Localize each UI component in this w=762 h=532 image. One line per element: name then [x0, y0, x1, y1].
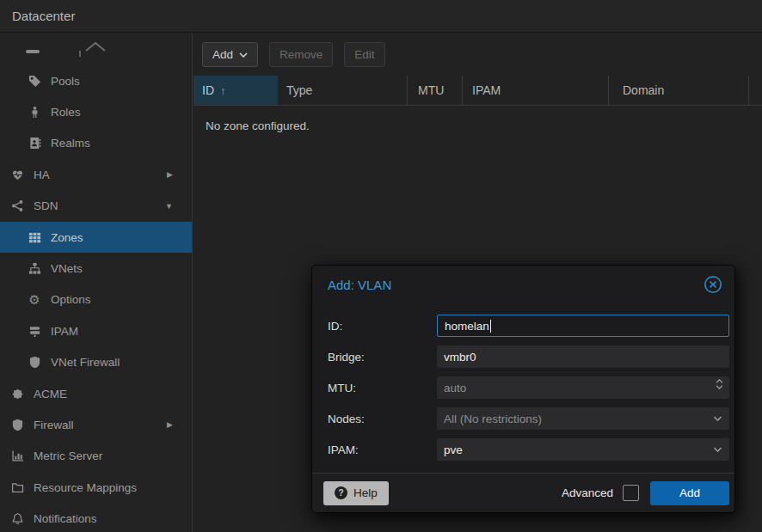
address-book-icon [28, 137, 41, 150]
sidebar-item-resource-mappings[interactable]: Resource Mappings [0, 472, 192, 503]
folder-icon [9, 480, 26, 494]
chevron-up-icon [716, 379, 723, 383]
network-icon [9, 199, 26, 213]
certificate-icon [11, 388, 24, 401]
edit-button: Edit [344, 42, 384, 67]
user-icon [28, 106, 41, 119]
expand-right-icon: ▶ [167, 170, 173, 179]
sidebar-item-ipam[interactable]: IPAM [0, 315, 192, 346]
sort-asc-icon: ↑ [220, 84, 226, 97]
sidebar-item-sdn[interactable]: SDN ▼ [0, 191, 192, 222]
sidebar-item-pools[interactable]: Pools [0, 65, 192, 96]
ipam-label: IPAM: [328, 443, 437, 456]
sidebar-item-firewall[interactable]: Firewall ▶ [0, 409, 192, 440]
sidebar-item-roles[interactable]: Roles [0, 96, 192, 127]
nodes-input[interactable]: All (No restrictions) [437, 407, 729, 430]
nodes-value: All (No restrictions) [444, 413, 542, 425]
sidebar-item-metric-server[interactable]: Metric Server [0, 441, 192, 472]
sidebar-item-label: Pools [51, 75, 80, 88]
folder-icon [11, 481, 24, 494]
sidebar-item-vnet-firewall[interactable]: VNet Firewall [0, 347, 192, 378]
toolbar-button-label: Add [212, 48, 233, 61]
heartbeat-icon [9, 168, 26, 181]
sitemap-icon [28, 262, 41, 275]
dialog-body: ID: homelan Bridge: vmbr0 MTU: auto Node… [312, 303, 734, 469]
sidebar-item-label: Firewall [34, 419, 74, 431]
bell-icon [11, 512, 24, 525]
map-signs-icon [28, 325, 41, 338]
expand-right-icon: ▶ [167, 420, 173, 429]
tag-icon [28, 75, 41, 88]
sidebar-item-label: Options [51, 293, 91, 306]
text-cursor [490, 320, 492, 333]
dropdown-trigger[interactable] [713, 447, 722, 452]
dialog-titlebar[interactable]: Add: VLAN [312, 266, 734, 303]
column-header-mtu[interactable]: MTU [408, 76, 463, 105]
dialog-title: Add: VLAN [328, 278, 391, 292]
sidebar-item-label: SDN [34, 199, 58, 212]
column-header-domain[interactable]: Domain [609, 76, 749, 105]
sidebar-item-vnets[interactable]: VNets [0, 253, 192, 284]
ipam-input[interactable]: pve [437, 438, 729, 461]
chevron-down-icon [239, 52, 248, 58]
shield-icon [28, 356, 41, 369]
field-row-nodes: Nodes: All (No restrictions) [328, 407, 729, 430]
add-button[interactable]: Add [202, 42, 258, 67]
column-header-label: MTU [418, 83, 444, 97]
sidebar-item-zones[interactable]: Zones [0, 222, 192, 253]
chevron-down-icon [713, 447, 722, 452]
sidebar-item-acme[interactable]: ACME [0, 378, 192, 409]
sidebar-item-notifications[interactable]: Notifications [0, 503, 192, 532]
column-header-label: IPAM [472, 83, 501, 97]
help-button[interactable]: ? Help [323, 481, 389, 505]
bell-icon [9, 512, 26, 526]
dropdown-trigger[interactable] [713, 416, 722, 421]
column-header-id[interactable]: ID ↑ [194, 76, 278, 105]
table-header-row: ID ↑ Type MTU IPAM Domain [194, 76, 762, 106]
add-vlan-dialog: Add: VLAN ID: homelan Bridge: vmbr0 MTU:… [311, 265, 735, 513]
id-input[interactable]: homelan [437, 315, 729, 337]
shield-icon [26, 356, 43, 370]
remove-button: Remove [269, 42, 333, 67]
field-row-mtu: MTU: auto [328, 376, 729, 399]
text-fragment [79, 51, 81, 57]
map-signs-icon [26, 324, 43, 338]
sidebar-item-label: VNet Firewall [51, 356, 120, 369]
sidebar-item-label: Roles [51, 106, 81, 119]
bar-chart-icon [9, 449, 26, 463]
column-header-label: Type [286, 83, 312, 97]
sidebar-item-ha[interactable]: HA ▶ [0, 159, 192, 190]
question-circle-icon: ? [335, 486, 347, 499]
column-header-label: Domain [623, 83, 664, 97]
sidebar-list: Pools Roles Realms HA ▶ SDN ▼ Zones VNet… [0, 65, 192, 532]
column-header-type[interactable]: Type [278, 76, 408, 105]
mtu-value: auto [444, 382, 466, 394]
submit-add-button[interactable]: Add [650, 481, 729, 505]
ipam-value: pve [444, 443, 463, 456]
id-label: ID: [328, 320, 437, 333]
sidebar-item-options[interactable]: ⚙ Options [0, 284, 192, 315]
scroll-up-indicator-icon[interactable] [84, 41, 107, 52]
nodes-label: Nodes: [328, 413, 437, 425]
spinner-buttons[interactable] [716, 379, 723, 389]
field-row-id: ID: homelan [328, 315, 729, 337]
icon-fragment [26, 50, 40, 53]
address-book-icon [26, 137, 43, 150]
sitemap-icon [26, 262, 43, 276]
page-title: Datacenter [12, 9, 75, 23]
help-button-label: Help [353, 486, 378, 499]
close-icon[interactable] [704, 275, 722, 294]
sidebar-item-realms[interactable]: Realms [0, 128, 192, 159]
advanced-label: Advanced [562, 486, 613, 499]
sidebar-item-label: Resource Mappings [34, 481, 137, 494]
bridge-input[interactable]: vmbr0 [437, 345, 729, 368]
certificate-icon [9, 387, 26, 401]
shield-icon [11, 419, 24, 431]
mtu-input[interactable]: auto [437, 376, 729, 399]
chevron-down-icon [713, 416, 722, 421]
advanced-checkbox[interactable] [623, 485, 639, 501]
sidebar-item-label: Realms [51, 137, 90, 150]
chevron-down-icon [716, 385, 723, 389]
sidebar-item-label: Metric Server [34, 449, 102, 462]
column-header-ipam[interactable]: IPAM [463, 76, 609, 105]
